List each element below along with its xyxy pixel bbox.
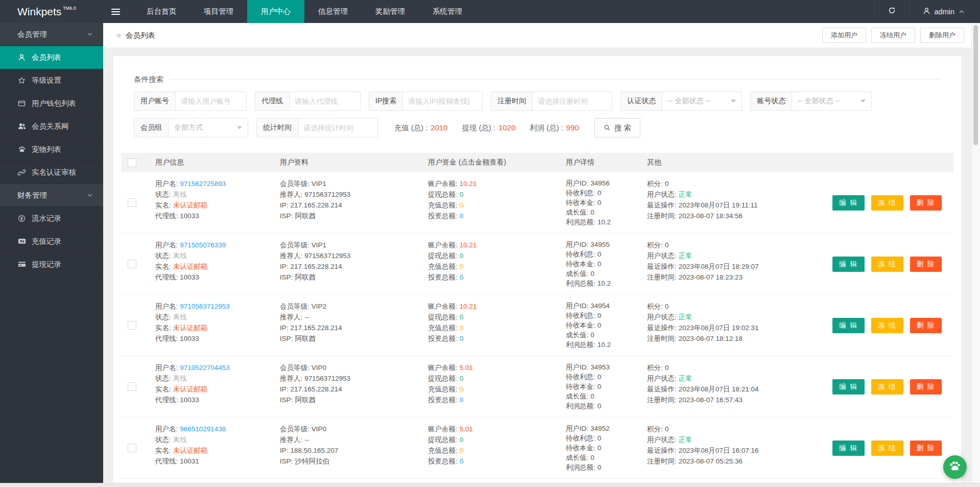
field-value[interactable]: 0 [460, 375, 464, 382]
agent-line-input[interactable] [290, 92, 360, 110]
freeze-button[interactable]: 冻 结 [871, 195, 903, 211]
nav-item[interactable]: 用户中心 [247, 0, 304, 23]
field-value[interactable]: 0 [460, 436, 464, 444]
sidebar-item[interactable]: 提现记录 [0, 253, 103, 276]
edit-button[interactable]: 编 辑 [832, 195, 865, 211]
stat-time-input[interactable] [298, 119, 377, 137]
field-label: 推荐人: [280, 375, 302, 382]
cell-detail: 用户ID:34954待收利息:0待收本金:0成长值:0利润总额:10.2 [559, 301, 640, 350]
withdraw-total-value[interactable]: 1020 [498, 123, 515, 132]
username-link[interactable]: 971562725893 [180, 180, 226, 188]
field-value[interactable]: 0 [460, 335, 464, 342]
nav-item[interactable]: 系统管理 [419, 0, 476, 23]
field-value: 0 [665, 180, 669, 188]
menu-toggle-icon[interactable] [103, 0, 128, 23]
edit-button[interactable]: 编 辑 [832, 440, 865, 456]
field-value[interactable]: 0 [460, 263, 464, 270]
field-value[interactable]: 0 [460, 396, 464, 404]
field-value[interactable]: 0 [460, 212, 464, 220]
member-group-select[interactable]: 全部方式 [169, 119, 248, 137]
delete-button[interactable]: 删 除 [910, 195, 942, 211]
edit-button[interactable]: 编 辑 [832, 318, 865, 333]
row-checkbox[interactable] [128, 260, 136, 268]
profit-total-value[interactable]: 990 [566, 123, 579, 132]
field-line: 状态:离线 [155, 312, 273, 322]
sidebar-item[interactable]: 等级设置 [0, 69, 103, 92]
register-time-input[interactable] [533, 92, 612, 110]
refresh-button[interactable] [874, 0, 910, 23]
field-label: 推荐人: [280, 313, 302, 321]
search-button[interactable]: 搜 索 [594, 118, 640, 137]
username-link[interactable]: 9710522704453 [180, 364, 230, 372]
edit-button[interactable]: 编 辑 [832, 379, 865, 395]
row-checkbox[interactable] [128, 198, 136, 207]
sidebar-group-header[interactable]: 财务管理 [0, 184, 103, 207]
row-checkbox[interactable] [128, 321, 136, 330]
freeze-button[interactable]: 冻 结 [871, 440, 903, 456]
field-value[interactable]: 0 [460, 273, 464, 281]
field-value[interactable]: 0 [460, 313, 464, 321]
totals: 充值 (总) : 2010提现 (总) : 1020利润 (总) : 990 [394, 123, 579, 133]
nav-item[interactable]: 项目管理 [190, 0, 247, 23]
row-checkbox[interactable] [128, 382, 136, 391]
freeze-user-button[interactable]: 冻结用户 [871, 28, 915, 43]
freeze-button[interactable]: 冻 结 [871, 318, 903, 333]
sidebar-item[interactable]: 实名认证审核 [0, 161, 103, 184]
field-value[interactable]: 0 [460, 201, 464, 209]
cell-profile: 会员等级:VIP0推荐人:--IP:188.50.165.207ISP:沙特阿拉… [273, 424, 421, 467]
delete-button[interactable]: 删 除 [910, 379, 942, 395]
sidebar-item[interactable]: 流水记录 [0, 207, 103, 230]
field-value[interactable]: 0 [460, 457, 464, 465]
username-link[interactable]: 966510291438 [180, 425, 226, 433]
nav-item[interactable]: 奖励管理 [362, 0, 419, 23]
cell-profile: 会员等级:VIP1推荐人:971563712953IP:217.165.228.… [273, 240, 421, 283]
freeze-button[interactable]: 冻 结 [871, 257, 903, 272]
field-value[interactable]: 0 [460, 252, 464, 260]
field-label: 用户名: [155, 241, 178, 249]
edit-button[interactable]: 编 辑 [832, 257, 865, 272]
user-menu[interactable]: admin [910, 0, 980, 23]
delete-user-button[interactable]: 删除用户 [920, 28, 964, 43]
field-value[interactable]: 10.21 [460, 241, 477, 249]
field-value[interactable]: 5.01 [460, 425, 473, 433]
nav-item[interactable]: 信息管理 [304, 0, 362, 23]
username-link[interactable]: 971505076339 [180, 241, 226, 249]
field-value[interactable]: 10.21 [460, 303, 477, 310]
vertical-scrollbar-thumb[interactable] [973, 25, 978, 145]
field-label: 提现总额: [428, 313, 458, 321]
recharge-total-value[interactable]: 2010 [431, 123, 447, 132]
username-link[interactable]: 9710563712953 [180, 303, 230, 310]
field-value[interactable]: 0 [460, 324, 464, 332]
search-fieldset: 条件搜索 用户账号代理线IP搜索注册时间认证状态-- 全部状态 --账号状态--… [134, 75, 941, 137]
sidebar-group-header[interactable]: 会员管理 [0, 23, 103, 46]
field-label: 待收利息: [566, 434, 595, 442]
floating-service-button[interactable] [943, 455, 967, 479]
ip-search-input[interactable] [403, 92, 482, 110]
field-value[interactable]: 0 [460, 385, 464, 393]
field-value: 10.2 [597, 280, 611, 287]
sidebar-item[interactable]: 充值记录 [0, 230, 103, 253]
nav-item[interactable]: 后台首页 [133, 0, 190, 23]
delete-button[interactable]: 删 除 [910, 257, 942, 272]
account-status-select[interactable]: -- 全部状态 -- [792, 92, 871, 110]
sidebar-item[interactable]: 用户钱包列表 [0, 92, 103, 115]
sidebar-item[interactable]: 会员列表 [0, 46, 103, 69]
delete-button[interactable]: 删 除 [910, 440, 942, 456]
select-all-checkbox[interactable] [128, 158, 136, 167]
field-value[interactable]: 10.21 [460, 180, 477, 188]
row-actions: 编 辑冻 结删 除 [826, 257, 953, 272]
row-checkbox[interactable] [128, 444, 136, 452]
freeze-button[interactable]: 冻 结 [871, 379, 903, 395]
sidebar-item[interactable]: 宠物列表 [0, 138, 103, 161]
user-account-input[interactable] [176, 92, 246, 110]
field-value: 34954 [590, 302, 610, 310]
add-user-button[interactable]: 添加用户 [822, 28, 866, 43]
sidebar-item[interactable]: 会员关系网 [0, 115, 103, 138]
field-value[interactable]: 0 [460, 191, 464, 198]
auth-status-select[interactable]: -- 全部状态 -- [662, 92, 742, 110]
field-value[interactable]: 5.01 [460, 364, 473, 372]
field-value[interactable]: 0 [460, 447, 464, 454]
horizontal-scrollbar[interactable] [0, 483, 980, 487]
delete-button[interactable]: 删 除 [910, 318, 942, 333]
vertical-scrollbar[interactable] [971, 23, 980, 483]
